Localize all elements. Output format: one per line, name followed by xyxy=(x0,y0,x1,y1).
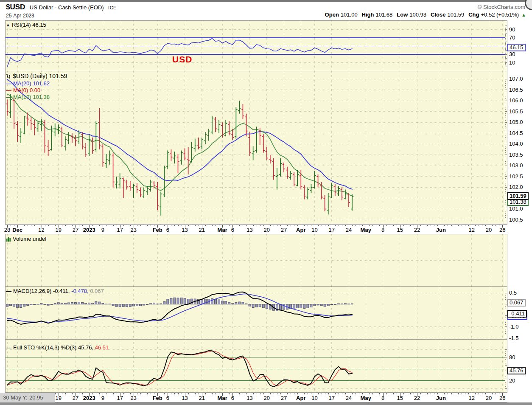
axis-tick-label: 23 xyxy=(131,395,137,401)
axis-minor-tick xyxy=(171,393,171,394)
axis-minor-tick xyxy=(359,225,359,226)
axis-minor-tick xyxy=(270,393,271,394)
stockcharts-page: $USD US Dollar - Cash Settle (EOD) ICE ©… xyxy=(0,0,532,405)
axis-minor-tick xyxy=(451,225,452,226)
price-legend: $USD (Daily) 101.59 —MA(20) 101.62 —MA(0… xyxy=(6,73,67,101)
axis-minor-tick xyxy=(328,393,329,394)
axis-minor-tick xyxy=(154,393,154,394)
axis-minor-tick xyxy=(434,225,434,226)
copyright: © StockCharts.com xyxy=(478,4,525,10)
axis-minor-tick xyxy=(21,225,21,226)
legend-part: Full STO %K(14,3) %D(3) 45.76, xyxy=(13,344,93,351)
axis-tick-label: 21 xyxy=(199,227,205,233)
y-axis-label: 10 xyxy=(509,59,515,66)
axis-minor-tick xyxy=(479,225,479,226)
axis-minor-tick xyxy=(434,393,434,394)
axis-minor-tick xyxy=(335,393,336,394)
axis-minor-tick xyxy=(462,393,462,394)
axis-minor-tick xyxy=(137,393,137,394)
line-swatch: — xyxy=(6,288,11,294)
axis-tick-label: 20 xyxy=(486,395,492,401)
axis-minor-tick xyxy=(458,225,459,226)
header: $USD US Dollar - Cash Settle (EOD) ICE ©… xyxy=(6,3,526,11)
axis-minor-tick xyxy=(243,393,243,394)
y-axis-label: 104.5 xyxy=(509,130,523,136)
axis-tick-label: 20 xyxy=(264,227,270,233)
axis-minor-tick xyxy=(130,225,131,226)
axis-minor-tick xyxy=(188,225,189,226)
axis-minor-tick xyxy=(492,225,493,226)
axis-minor-tick xyxy=(117,225,117,226)
quote-key: Low xyxy=(397,11,408,18)
axis-minor-tick xyxy=(492,393,493,394)
axis-minor-tick xyxy=(178,225,179,226)
value-box: -0.411 xyxy=(507,310,527,318)
axis-minor-tick xyxy=(123,393,124,394)
axis-minor-tick xyxy=(325,393,325,394)
axis-minor-tick xyxy=(397,225,397,226)
axis-minor-tick xyxy=(397,393,397,394)
axis-minor-tick xyxy=(318,393,319,394)
bottom-border-bar xyxy=(0,402,532,405)
axis-tick-label: Dec xyxy=(12,227,22,233)
axis-minor-tick xyxy=(369,393,370,394)
axis-minor-tick xyxy=(499,393,499,394)
axis-minor-tick xyxy=(110,225,110,226)
axis-minor-tick xyxy=(226,225,226,226)
axis-minor-tick xyxy=(448,393,448,394)
axis-minor-tick xyxy=(239,225,240,226)
axis-minor-tick xyxy=(393,225,394,226)
axis-minor-tick xyxy=(151,393,151,394)
y-axis-label: 103.5 xyxy=(509,152,523,158)
axis-minor-tick xyxy=(55,225,56,226)
axis-minor-tick xyxy=(195,393,196,394)
axis-minor-tick xyxy=(479,393,479,394)
crosshair-tooltip: 30 May Y:-20.95 xyxy=(0,393,55,402)
axis-minor-tick xyxy=(14,225,14,226)
axis-minor-tick xyxy=(410,393,411,394)
rsi-panel xyxy=(5,20,507,71)
axis-minor-tick xyxy=(144,225,144,226)
axis-minor-tick xyxy=(45,225,45,226)
axis-minor-tick xyxy=(496,225,496,226)
axis-minor-tick xyxy=(161,393,161,394)
axis-minor-tick xyxy=(444,225,445,226)
axis-tick-label: Feb xyxy=(153,227,162,233)
axis-tick-label: 10 xyxy=(311,227,317,233)
volume-panel xyxy=(5,234,507,287)
axis-minor-tick xyxy=(325,225,325,226)
axis-minor-tick xyxy=(79,393,79,394)
axis-minor-tick xyxy=(379,393,380,394)
axis-tick-label: Feb xyxy=(153,395,162,401)
axis-minor-tick xyxy=(92,393,93,394)
y-axis-label: 70 xyxy=(509,34,515,41)
axis-minor-tick xyxy=(280,393,281,394)
axis-tick-label: 10 xyxy=(311,395,317,401)
axis-minor-tick xyxy=(352,225,353,226)
axis-tick-label: 13 xyxy=(246,227,252,233)
axis-tick-label: Jun xyxy=(436,395,446,401)
top-border-bar xyxy=(0,0,532,2)
axis-minor-tick xyxy=(106,225,106,226)
y-axis-label: 101.0 xyxy=(509,205,523,212)
y-axis-label: 30 xyxy=(509,51,515,57)
axis-minor-tick xyxy=(253,393,254,394)
axis-minor-tick xyxy=(462,225,462,226)
axis-minor-tick xyxy=(362,225,363,226)
axis-minor-tick xyxy=(328,225,329,226)
axis-minor-tick xyxy=(178,393,179,394)
quote-key: Chg xyxy=(468,11,479,18)
axis-tick-label: 17 xyxy=(329,227,335,233)
axis-minor-tick xyxy=(182,225,182,226)
axis-tick-label: 17 xyxy=(329,395,335,401)
axis-minor-tick xyxy=(356,225,356,226)
axis-minor-tick xyxy=(86,225,86,226)
axis-minor-tick xyxy=(236,225,236,226)
axis-minor-tick xyxy=(407,393,407,394)
y-axis-label: 100.5 xyxy=(509,217,523,223)
axis-minor-tick xyxy=(345,393,346,394)
axis-minor-tick xyxy=(216,393,216,394)
axis-minor-tick xyxy=(294,225,294,226)
axis-minor-tick xyxy=(297,393,298,394)
quote-key: Open xyxy=(325,11,339,18)
